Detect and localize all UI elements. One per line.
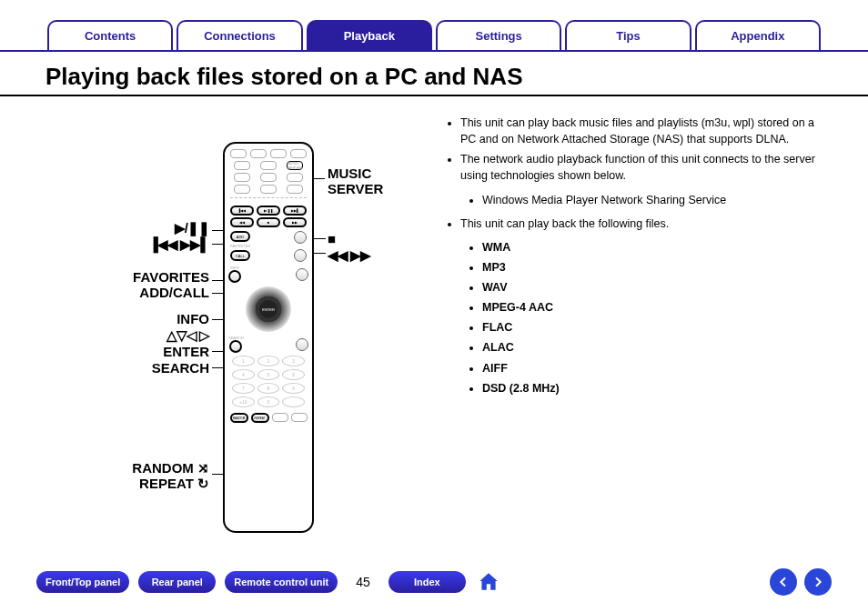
remote-btn xyxy=(290,149,307,158)
remote-btn-prev: ▐◀◀ xyxy=(230,206,254,216)
tab-settings[interactable]: Settings xyxy=(436,20,561,50)
remote-btn xyxy=(291,413,308,422)
remote-btn xyxy=(287,173,303,182)
callout-search: SEARCH xyxy=(45,360,209,376)
remote-btn xyxy=(260,173,277,182)
remote-btn xyxy=(287,185,303,194)
callout-random: RANDOM ⤨ xyxy=(45,460,209,476)
tab-connections[interactable]: Connections xyxy=(177,20,302,50)
remote-btn xyxy=(260,185,277,194)
tab-tips[interactable]: Tips xyxy=(565,20,691,50)
link-rear-panel[interactable]: Rear panel xyxy=(138,571,216,594)
format-item: WAV xyxy=(482,279,823,296)
bullet-2a: Windows Media Player Network Sharing Ser… xyxy=(482,192,823,208)
callout-cursors: △▽◁ ▷ xyxy=(45,327,209,343)
format-item: WMA xyxy=(482,239,823,256)
remote-btn xyxy=(294,231,307,244)
format-item: DSD (2.8 MHz) xyxy=(482,380,823,396)
tab-appendix[interactable]: Appendix xyxy=(695,20,821,50)
bullet-2: The network audio playback function of t… xyxy=(460,151,823,184)
remote-btn xyxy=(294,249,307,262)
remote-btn-ff: ▶▶ xyxy=(283,217,307,227)
format-item: ALAC xyxy=(482,339,823,356)
remote-dpad: ENTER xyxy=(246,286,291,332)
remote-btn xyxy=(270,149,287,158)
callout-rew-ff: ◀◀ ▶▶ xyxy=(328,247,370,263)
format-item: FLAC xyxy=(482,319,823,336)
remote-btn xyxy=(234,173,250,182)
remote-btn xyxy=(230,149,247,158)
bullet-3: This unit can play back the following fi… xyxy=(460,216,823,232)
tab-playback[interactable]: Playback xyxy=(307,20,432,50)
callout-favorites: FAVORITES xyxy=(45,269,209,285)
remote-btn-search xyxy=(229,340,242,353)
callout-music-server-1: MUSIC xyxy=(328,166,371,181)
remote-label-favorites: FAVORITES xyxy=(230,244,250,248)
remote-btn-next: ▶▶▌ xyxy=(283,206,307,216)
remote-btn-add: ADD xyxy=(230,231,250,242)
remote-btn-playpause: ▶/❚❚ xyxy=(257,206,280,216)
remote-btn xyxy=(234,185,250,194)
home-icon[interactable] xyxy=(475,568,502,596)
remote-btn-stop: ■ xyxy=(257,217,280,227)
main-content: ▶/❚❚ ▐◀◀ ▶▶▌ FAVORITES ADD/CALL INFO △▽◁… xyxy=(0,105,868,542)
remote-btn xyxy=(296,268,308,281)
info-text: This unit can play back music files and … xyxy=(446,115,823,542)
callout-addcall: ADD/CALL xyxy=(45,285,209,300)
callout-repeat: REPEAT ↻ xyxy=(45,476,209,491)
remote-btn xyxy=(250,149,267,158)
format-item: MPEG-4 AAC xyxy=(482,299,823,316)
tab-bar: Contents Connections Playback Settings T… xyxy=(0,0,868,52)
remote-numpad: 123 456 789 +100 xyxy=(225,353,312,410)
remote-btn xyxy=(296,338,308,351)
callout-stop: ■ xyxy=(328,231,335,246)
page-number: 45 xyxy=(347,575,379,589)
remote-btn-rew: ◀◀ xyxy=(230,217,254,227)
remote-btn-call: CALL xyxy=(230,250,250,261)
format-item: MP3 xyxy=(482,259,823,276)
remote-unit: MUSIC SERVER ▐◀◀ ▶/❚❚ ▶▶▌ ◀◀ ■ ▶▶ ADD FA… xyxy=(223,142,314,533)
remote-btn-music-server: MUSIC SERVER xyxy=(287,161,303,170)
format-list: WMA MP3 WAV MPEG-4 AAC FLAC ALAC AIFF DS… xyxy=(446,239,823,396)
page-title: Playing back files stored on a PC and NA… xyxy=(0,52,868,96)
bullet-1: This unit can play back music files and … xyxy=(460,115,823,147)
tab-contents[interactable]: Contents xyxy=(47,20,173,50)
link-remote-control-unit[interactable]: Remote control unit xyxy=(225,571,338,594)
format-item: AIFF xyxy=(482,360,823,376)
remote-btn xyxy=(260,161,277,170)
next-page-button[interactable] xyxy=(804,568,832,596)
callout-play-pause: ▶/❚❚ xyxy=(45,220,209,236)
link-front-top-panel[interactable]: Front/Top panel xyxy=(36,571,129,594)
prev-page-button[interactable] xyxy=(770,568,797,596)
link-index[interactable]: Index xyxy=(389,571,466,594)
callout-enter: ENTER xyxy=(45,344,209,359)
callout-info: INFO xyxy=(45,311,209,326)
bottom-bar: Front/Top panel Rear panel Remote contro… xyxy=(0,568,868,596)
remote-btn-info xyxy=(228,270,241,283)
remote-btn xyxy=(234,161,250,170)
remote-btn-repeat: REPEAT xyxy=(251,413,269,423)
remote-diagram: ▶/❚❚ ▐◀◀ ▶▶▌ FAVORITES ADD/CALL INFO △▽◁… xyxy=(45,115,446,542)
callout-music-server-2: SERVER xyxy=(328,181,383,196)
remote-btn-enter: ENTER xyxy=(259,300,278,318)
remote-btn-random: RANDOM xyxy=(230,413,248,423)
callout-skip: ▐◀◀ ▶▶▌ xyxy=(45,236,209,252)
remote-btn xyxy=(272,413,288,422)
